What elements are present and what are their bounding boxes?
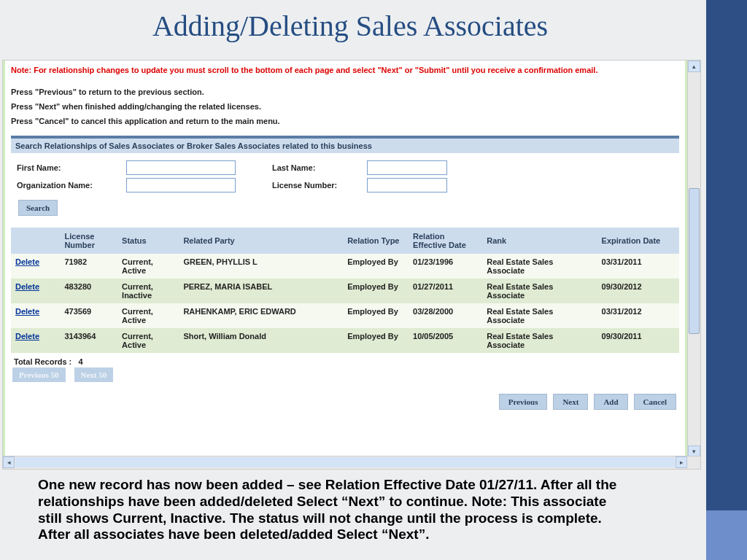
delete-link[interactable]: Delete	[15, 332, 39, 341]
cancel-button[interactable]: Cancel	[634, 394, 676, 410]
scroll-right-icon[interactable]: ▸	[676, 456, 687, 468]
app-content: Note: For relationship changes to update…	[3, 61, 687, 456]
scroll-left-icon[interactable]: ◂	[3, 456, 15, 468]
page-title: Adding/Deleting Sales Associates	[0, 9, 700, 43]
horizontal-scrollbar[interactable]: ◂ ▸	[3, 456, 700, 469]
slide-caption: One new record has now been added – see …	[38, 477, 629, 543]
col-party: Related Party	[179, 228, 343, 254]
cell-status: Current, Active	[117, 328, 179, 353]
total-value: 4	[78, 357, 82, 366]
search-button[interactable]: Search	[18, 200, 58, 216]
cell-reltype: Employed By	[343, 328, 409, 353]
total-label: Total Records :	[14, 357, 71, 366]
org-name-label: Organization Name:	[17, 181, 126, 190]
cell-party: RAHENKAMP, ERIC EDWARD	[179, 303, 343, 328]
cell-expdate: 09/30/2012	[597, 279, 679, 303]
delete-link[interactable]: Delete	[15, 282, 39, 291]
col-reltype: Relation Type	[343, 228, 409, 254]
cell-effdate: 01/23/1996	[409, 254, 482, 279]
cell-party: GREEN, PHYLLIS L	[179, 254, 343, 279]
cell-expdate: 03/31/2012	[597, 303, 679, 328]
slide-accent-box	[706, 510, 747, 560]
add-button[interactable]: Add	[594, 394, 627, 410]
cell-license: 3143964	[60, 328, 117, 353]
relationships-table: License Number Status Related Party Rela…	[11, 228, 679, 353]
cell-expdate: 09/30/2011	[597, 328, 679, 353]
instruction-text: Press "Previous" to return to the previo…	[11, 88, 679, 96]
warning-note: Note: For relationship changes to update…	[11, 65, 679, 76]
cell-license: 473569	[60, 303, 117, 328]
first-name-input[interactable]	[126, 160, 236, 175]
next-button[interactable]: Next	[553, 394, 588, 410]
cell-party: PEREZ, MARIA ISABEL	[179, 279, 343, 303]
cell-rank: Real Estate Sales Associate	[482, 303, 597, 328]
cell-reltype: Employed By	[343, 254, 409, 279]
next-50-button[interactable]: Next 50	[74, 368, 114, 382]
org-name-input[interactable]	[126, 178, 236, 192]
table-row: Delete483280Current, InactivePEREZ, MARI…	[11, 279, 679, 303]
previous-50-button[interactable]: Previous 50	[12, 368, 66, 382]
col-status: Status	[117, 228, 179, 254]
browser-panel: Note: For relationship changes to update…	[2, 60, 701, 470]
cell-rank: Real Estate Sales Associate	[482, 279, 597, 303]
col-action	[11, 228, 60, 254]
delete-link[interactable]: Delete	[15, 307, 39, 316]
cell-status: Current, Inactive	[117, 279, 179, 303]
scroll-thumb[interactable]	[689, 188, 700, 334]
cell-effdate: 03/28/2000	[409, 303, 482, 328]
total-records: Total Records : 4	[11, 353, 679, 368]
scroll-up-icon[interactable]: ▴	[688, 61, 700, 72]
cell-expdate: 03/31/2011	[597, 254, 679, 279]
col-rank: Rank	[482, 228, 597, 254]
cell-rank: Real Estate Sales Associate	[482, 254, 597, 279]
search-section-header: Search Relationships of Sales Associates…	[11, 139, 679, 153]
slide-accent-bar	[706, 0, 747, 510]
cell-status: Current, Active	[117, 303, 179, 328]
col-effdate: Relation Effective Date	[409, 228, 482, 254]
cell-reltype: Employed By	[343, 279, 409, 303]
col-license: License Number	[60, 228, 117, 254]
cell-license: 71982	[60, 254, 117, 279]
previous-button[interactable]: Previous	[499, 394, 548, 410]
search-form: First Name: Last Name: Organization Name…	[11, 153, 679, 223]
instruction-text: Press "Cancel" to cancel this applicatio…	[11, 117, 679, 125]
delete-link[interactable]: Delete	[15, 257, 39, 266]
cell-reltype: Employed By	[343, 303, 409, 328]
table-row: Delete473569Current, ActiveRAHENKAMP, ER…	[11, 303, 679, 328]
instruction-text: Press "Next" when finished adding/changi…	[11, 102, 679, 111]
col-expdate: Expiration Date	[597, 228, 679, 254]
hscroll-track[interactable]	[15, 457, 675, 467]
vertical-scrollbar[interactable]: ▴ ▾	[687, 61, 700, 457]
last-name-input[interactable]	[367, 160, 447, 175]
cell-effdate: 10/05/2005	[409, 328, 482, 353]
license-number-input[interactable]	[367, 178, 447, 192]
cell-status: Current, Active	[117, 254, 179, 279]
cell-effdate: 01/27/2011	[409, 279, 482, 303]
cell-license: 483280	[60, 279, 117, 303]
table-row: Delete3143964Current, ActiveShort, Willi…	[11, 328, 679, 353]
table-row: Delete71982Current, ActiveGREEN, PHYLLIS…	[11, 254, 679, 279]
cell-party: Short, William Donald	[179, 328, 343, 353]
first-name-label: First Name:	[17, 163, 126, 172]
cell-rank: Real Estate Sales Associate	[482, 328, 597, 353]
last-name-label: Last Name:	[272, 163, 367, 172]
license-number-label: License Number:	[272, 181, 367, 190]
